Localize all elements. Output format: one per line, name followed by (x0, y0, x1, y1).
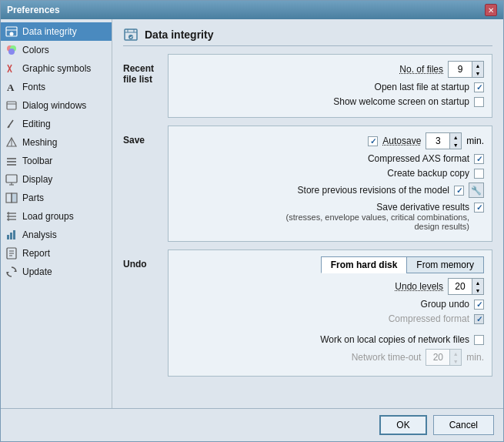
autosave-checkbox[interactable] (368, 136, 378, 146)
report-icon (5, 247, 18, 260)
report-label: Report (22, 248, 50, 259)
panel-title: Data integrity (145, 28, 213, 41)
sidebar-item-data-integrity[interactable]: Data integrity (1, 22, 112, 41)
sidebar-item-update[interactable]: Update (1, 263, 112, 281)
dialog-windows-icon (5, 99, 18, 112)
fonts-label: Fonts (22, 82, 45, 92)
dialog-windows-label: Dialog windows (22, 100, 86, 111)
network-timeout-up: ▲ (450, 350, 461, 357)
group-undo-checkbox[interactable] (474, 300, 484, 310)
work-local-row: Work on local copies of network files (176, 334, 484, 345)
autosave-down[interactable]: ▼ (450, 141, 461, 149)
save-derivative-checkbox[interactable] (474, 203, 484, 213)
cancel-button[interactable]: Cancel (433, 415, 494, 435)
group-undo-row: Group undo (176, 299, 484, 310)
sidebar-item-editing[interactable]: Editing (1, 115, 112, 133)
store-revisions-row: Store previous revisions of the model 🔧 (176, 182, 484, 198)
editing-icon (5, 118, 18, 130)
svg-rect-9 (7, 102, 16, 109)
recent-file-content: No. of files ▲ ▼ (168, 54, 492, 118)
update-icon (5, 266, 18, 278)
network-timeout-down: ▼ (450, 357, 461, 365)
show-welcome-label: Show welcome screen on startup (333, 96, 469, 107)
meshing-icon (5, 136, 18, 149)
svg-marker-34 (14, 270, 16, 272)
store-revisions-checkbox[interactable] (454, 186, 464, 196)
compressed-axs-checkbox[interactable] (474, 154, 484, 164)
autosave-spinbox[interactable]: ▲ ▼ (426, 132, 462, 149)
network-timeout-row: Network time-out ▲ ▼ min. (176, 349, 484, 366)
sidebar-item-graphic-symbols[interactable]: Graphic symbols (1, 59, 112, 78)
tab-from-memory[interactable]: From memory (406, 256, 484, 273)
no-of-files-spinbox[interactable]: ▲ ▼ (448, 61, 484, 78)
compressed-axs-label: Compressed AXS format (368, 153, 469, 164)
autosave-row: Autosave ▲ ▼ min. (176, 132, 484, 149)
display-label: Display (22, 174, 52, 185)
autosave-unit: min. (466, 136, 484, 146)
sidebar-item-meshing[interactable]: Meshing (1, 133, 112, 152)
network-timeout-label: Network time-out (352, 352, 422, 363)
work-local-checkbox[interactable] (474, 335, 484, 345)
analysis-icon (5, 229, 18, 241)
colors-label: Colors (22, 45, 49, 55)
undo-levels-up[interactable]: ▲ (472, 279, 483, 286)
undo-levels-input[interactable] (449, 280, 472, 293)
work-local-label: Work on local copies of network files (320, 334, 469, 345)
no-of-files-row: No. of files ▲ ▼ (176, 61, 484, 78)
autosave-label: Autosave (382, 136, 421, 146)
sidebar-item-dialog-windows[interactable]: Dialog windows (1, 96, 112, 115)
svg-marker-35 (7, 272, 9, 274)
compressed-format-label: Compressed format (389, 313, 469, 324)
sidebar-item-colors[interactable]: Colors (1, 41, 112, 59)
autosave-up[interactable]: ▲ (450, 133, 461, 141)
svg-rect-18 (6, 175, 17, 182)
compressed-format-row: Compressed format (176, 313, 484, 324)
open-last-file-checkbox[interactable] (474, 82, 484, 92)
network-timeout-unit: min. (466, 352, 484, 363)
parts-label: Parts (22, 193, 44, 203)
undo-label: Undo (123, 259, 147, 270)
no-of-files-down[interactable]: ▼ (472, 69, 483, 77)
ok-button[interactable]: OK (379, 415, 426, 435)
svg-rect-28 (10, 233, 12, 239)
display-icon (5, 173, 18, 186)
close-button[interactable]: ✕ (485, 4, 497, 16)
undo-levels-row: Undo levels ▲ ▼ (176, 278, 484, 295)
svg-point-2 (10, 32, 14, 36)
svg-rect-21 (6, 193, 12, 203)
colors-icon (5, 44, 18, 56)
undo-section: Undo From hard disk From memory Undo lev… (123, 249, 492, 384)
preferences-dialog: Preferences ✕ Data integrityColorsGraphi… (0, 0, 504, 442)
sidebar-item-parts[interactable]: Parts (1, 189, 112, 207)
sidebar: Data integrityColorsGraphic symbolsAFont… (1, 19, 112, 408)
save-section: Save Autosave (123, 126, 492, 249)
undo-levels-down[interactable]: ▼ (472, 286, 483, 294)
panel-header: Data integrity (123, 27, 492, 46)
svg-rect-29 (13, 230, 15, 239)
sidebar-item-load-groups[interactable]: Load groups (1, 207, 112, 226)
parts-icon (5, 192, 18, 204)
create-backup-checkbox[interactable] (474, 169, 484, 179)
network-timeout-input (426, 351, 449, 363)
sidebar-item-toolbar[interactable]: Toolbar (1, 152, 112, 170)
sidebar-item-display[interactable]: Display (1, 170, 112, 189)
fonts-icon: A (5, 81, 18, 93)
sidebar-item-fonts[interactable]: AFonts (1, 78, 112, 96)
no-of-files-input[interactable] (449, 63, 472, 75)
data-integrity-label: Data integrity (22, 26, 77, 37)
meshing-label: Meshing (22, 137, 57, 148)
update-label: Update (22, 266, 52, 277)
undo-levels-spinbox[interactable]: ▲ ▼ (448, 278, 484, 295)
tab-from-hard-disk[interactable]: From hard disk (321, 256, 407, 273)
show-welcome-checkbox[interactable] (474, 97, 484, 107)
sidebar-item-analysis[interactable]: Analysis (1, 226, 112, 244)
sidebar-item-report[interactable]: Report (1, 244, 112, 263)
revisions-tool-button[interactable]: 🔧 (469, 182, 484, 198)
no-of-files-label: No. of files (399, 64, 443, 75)
no-of-files-up[interactable]: ▲ (472, 62, 483, 69)
save-content: Autosave ▲ ▼ min. (168, 126, 492, 242)
dialog-title: Preferences (7, 5, 60, 15)
save-derivative-sub1: (stresses, envelope values, critical com… (286, 213, 484, 222)
autosave-input[interactable] (426, 135, 449, 147)
recent-file-section: Recent file list No. of files ▲ (123, 54, 492, 126)
